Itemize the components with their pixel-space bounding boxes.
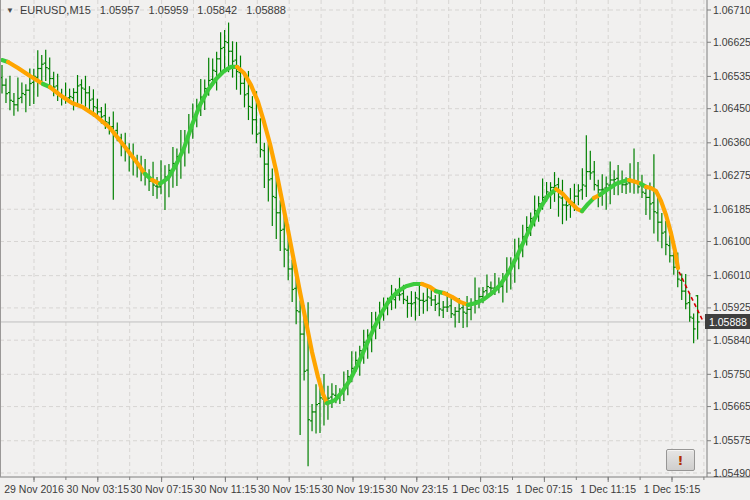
ma-segment-down (237, 67, 327, 403)
chart-canvas[interactable]: 1.067101.066251.065351.064501.063601.062… (0, 0, 750, 500)
time-axis-label: 30 Nov 23:15 (386, 483, 449, 495)
price-axis-label: 1.05840 (713, 334, 750, 346)
bars-layer (0, 23, 700, 467)
time-axis-label: 1 Dec 11:15 (580, 483, 636, 495)
price-axis-label: 1.06010 (713, 269, 750, 281)
time-axis-label: 29 Nov 2016 (4, 483, 64, 495)
price-axis-label: 1.06625 (713, 36, 750, 48)
price-axis-label: 1.06275 (713, 169, 750, 181)
ma-segment-down (422, 284, 436, 291)
time-axis-label: 1 Dec 07:15 (516, 483, 573, 495)
time-axis-label: 1 Dec 03:15 (452, 483, 509, 495)
ohlc-close: 1.05888 (246, 4, 286, 16)
alert-exclamation-icon: ! (678, 454, 684, 467)
price-axis-label: 1.05925 (713, 301, 750, 313)
price-axis-label: 1.05490 (713, 467, 750, 479)
time-axis-label: 30 Nov 03:15 (67, 483, 130, 495)
axes-layer (0, 0, 750, 477)
symbol-period-label: EURUSD,M15 (20, 4, 91, 16)
time-axis-label: 1 Dec 15:15 (644, 483, 701, 495)
forecast-layer (679, 272, 703, 321)
price-axis-label: 1.06100 (713, 235, 750, 247)
price-axis[interactable]: 1.067101.066251.065351.064501.063601.062… (707, 4, 750, 479)
price-axis-label: 1.05575 (713, 434, 750, 446)
time-axis-label: 30 Nov 07:15 (130, 483, 193, 495)
time-axis-label: 30 Nov 15:15 (258, 483, 321, 495)
ohlc-high: 1.05959 (149, 4, 189, 16)
price-axis-label: 1.06360 (713, 136, 750, 148)
alert-button[interactable]: ! (666, 449, 695, 471)
current-price-tag: 1.05888 (705, 314, 750, 329)
ohlc-open: 1.05957 (100, 4, 140, 16)
price-axis-label: 1.06710 (713, 4, 750, 16)
ohlc-low: 1.05842 (197, 4, 237, 16)
grid-layer (0, 0, 707, 477)
price-axis-label: 1.06185 (713, 203, 750, 215)
time-axis-label: 30 Nov 19:15 (322, 483, 385, 495)
chart-window: 1.067101.066251.065351.064501.063601.062… (0, 0, 750, 500)
forecast-dashed-line (679, 272, 703, 321)
price-axis-label: 1.06450 (713, 102, 750, 114)
price-axis-label: 1.05665 (713, 400, 750, 412)
time-axis-label: 30 Nov 11:15 (195, 483, 257, 495)
price-axis-label: 1.05750 (713, 368, 750, 380)
time-axis[interactable]: 29 Nov 201630 Nov 03:1530 Nov 07:1530 No… (4, 477, 704, 495)
price-axis-label: 1.06535 (713, 70, 750, 82)
chevron-down-icon[interactable]: ▼ (6, 6, 14, 15)
chart-header: ▼ EURUSD,M15 1.05957 1.05959 1.05842 1.0… (6, 3, 286, 17)
